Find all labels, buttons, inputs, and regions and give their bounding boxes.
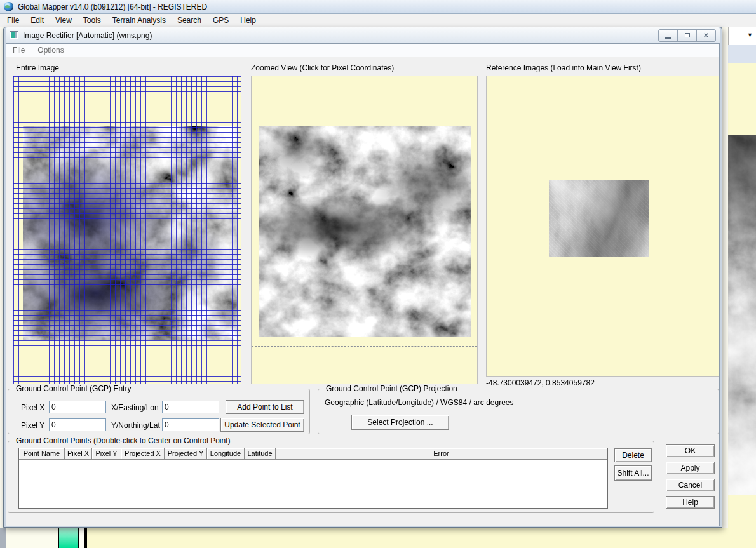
- dialog-titlebar[interactable]: Image Rectifier [Automatic] (wms.png) ✕: [6, 27, 720, 43]
- menu-search[interactable]: Search: [172, 14, 207, 27]
- col-latitude[interactable]: Latitude: [245, 448, 276, 460]
- col-pixel-y[interactable]: Pixel Y: [92, 448, 121, 460]
- dialog-icon: [10, 31, 18, 39]
- zoomed-view[interactable]: [251, 76, 478, 384]
- dialog-menu-file[interactable]: File: [6, 46, 31, 55]
- crosshair-horizontal-line: [252, 346, 477, 347]
- map-background-right-top: [728, 63, 756, 135]
- pixel-y-field[interactable]: [49, 418, 106, 431]
- x-easting-lon-field[interactable]: [162, 401, 219, 413]
- col-pixel-x[interactable]: Pixel X: [65, 448, 92, 460]
- menu-terrain-analysis[interactable]: Terrain Analysis: [107, 14, 172, 27]
- restore-button[interactable]: [677, 29, 697, 42]
- update-point-button[interactable]: Update Selected Point: [220, 418, 304, 432]
- main-menubar: File Edit View Tools Terrain Analysis Se…: [0, 14, 756, 27]
- dialog-menubar: File Options: [6, 44, 719, 57]
- dialog-title: Image Rectifier [Automatic] (wms.png): [23, 31, 152, 40]
- map-green-marker: [58, 528, 79, 548]
- crosshair-vertical-line: [442, 76, 442, 384]
- gcp-table-header: Point Name Pixel X Pixel Y Projected X P…: [19, 448, 607, 460]
- gcp-entry-group: Ground Control Point (GCP) Entry Pixel X…: [8, 389, 310, 434]
- map-background-gap: [79, 528, 84, 548]
- col-error[interactable]: Error: [276, 448, 607, 460]
- menu-gps[interactable]: GPS: [207, 14, 234, 27]
- dialog-menu-options[interactable]: Options: [31, 46, 70, 55]
- menu-view[interactable]: View: [50, 14, 78, 27]
- background-toolbar-band: [728, 45, 756, 63]
- map-background-bottom-left: [6, 528, 58, 548]
- menu-edit[interactable]: Edit: [25, 14, 50, 27]
- gcp-points-table[interactable]: Point Name Pixel X Pixel Y Projected X P…: [18, 448, 608, 509]
- restore-icon: [685, 33, 690, 37]
- background-toolbar-combobox[interactable]: ▼: [728, 27, 756, 45]
- col-point-name[interactable]: Point Name: [19, 448, 65, 460]
- reference-images-view[interactable]: [486, 76, 719, 377]
- minimize-icon: [665, 37, 671, 39]
- reference-image-thumbnail: [549, 180, 649, 257]
- main-window-title: Global Mapper v14.0 (b091212) [64-bit] -…: [18, 3, 207, 11]
- image-rectifier-dialog: Image Rectifier [Automatic] (wms.png) ✕ …: [3, 27, 722, 528]
- x-easting-lon-label: X/Easting/Lon: [111, 403, 159, 412]
- minimize-button[interactable]: [658, 29, 678, 42]
- y-northing-lat-label: Y/Northing/Lat: [111, 421, 160, 430]
- reference-images-label: Reference Images (Load into Main View Fi…: [486, 63, 641, 72]
- pixel-x-field[interactable]: [49, 401, 106, 413]
- col-projected-y[interactable]: Projected Y: [165, 448, 207, 460]
- entire-image-label: Entire Image: [16, 63, 59, 72]
- gcp-points-list[interactable]: [19, 460, 607, 508]
- map-raster-right-strip: [728, 135, 756, 495]
- close-button[interactable]: ✕: [696, 29, 716, 42]
- close-icon: ✕: [703, 32, 708, 39]
- apply-button[interactable]: Apply: [666, 462, 715, 474]
- shift-all-button[interactable]: Shift All...: [614, 465, 652, 481]
- entire-image-view[interactable]: [13, 76, 241, 384]
- reference-crosshair-vertical-line: [490, 76, 490, 376]
- globe-icon: [4, 2, 13, 11]
- y-northing-lat-field[interactable]: [162, 418, 219, 431]
- select-projection-button[interactable]: Select Projection ...: [351, 415, 449, 430]
- dropdown-arrow-icon[interactable]: ▼: [747, 32, 753, 38]
- gcp-entry-legend: Ground Control Point (GCP) Entry: [13, 384, 133, 393]
- col-projected-x[interactable]: Projected X: [121, 448, 165, 460]
- gcp-points-group: Ground Control Points (Double-click to C…: [8, 441, 654, 513]
- menu-tools[interactable]: Tools: [78, 14, 107, 27]
- help-button[interactable]: Help: [666, 496, 715, 509]
- col-longitude[interactable]: Longitude: [207, 448, 245, 460]
- gcp-points-legend: Ground Control Points (Double-click to C…: [13, 436, 233, 445]
- delete-button[interactable]: Delete: [614, 448, 652, 462]
- global-mapper-window: Global Mapper v14.0 (b091212) [64-bit] -…: [0, 0, 756, 548]
- pixel-x-label: Pixel X: [21, 403, 44, 412]
- main-titlebar: Global Mapper v14.0 (b091212) [64-bit] -…: [0, 0, 756, 14]
- ok-button[interactable]: OK: [666, 444, 715, 457]
- gcp-projection-legend: Ground Control Point (GCP) Projection: [323, 384, 460, 393]
- zoomed-view-label: Zoomed View (Click for Pixel Coordinates…: [251, 63, 394, 72]
- projection-current-value: Geographic (Latitude/Longitude) / WGS84 …: [325, 398, 514, 407]
- menu-file[interactable]: File: [1, 14, 25, 27]
- map-background-bottom: [87, 528, 756, 548]
- reference-coordinates: -48.7300039472, 0.8534059782: [486, 378, 595, 387]
- cancel-button[interactable]: Cancel: [666, 479, 715, 491]
- add-point-button[interactable]: Add Point to List: [226, 400, 304, 414]
- map-left-border: [0, 528, 6, 548]
- reference-crosshair-horizontal-line: [487, 255, 719, 255]
- entire-image-grid-overlay: [13, 76, 241, 384]
- pixel-y-label: Pixel Y: [21, 421, 44, 430]
- zoomed-view-raster: [259, 126, 471, 337]
- gcp-projection-group: Ground Control Point (GCP) Projection Ge…: [318, 389, 719, 434]
- menu-help[interactable]: Help: [234, 14, 262, 27]
